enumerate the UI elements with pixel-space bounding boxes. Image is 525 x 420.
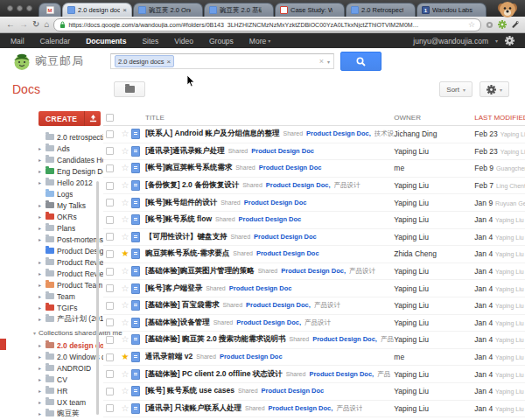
star-icon[interactable] (119, 147, 131, 156)
doc-title[interactable]: [账号]账号组件的设计 (145, 198, 217, 208)
row-checkbox[interactable] (106, 130, 114, 138)
sidebar-collection[interactable]: ▸ 产品计划 (2012Q1) (38, 313, 103, 325)
google-bar-link[interactable]: Mail ▾ (10, 37, 29, 46)
table-row[interactable]: [基础体验] PC client 2.0 offline 状态设计 Shared… (103, 366, 525, 383)
star-icon[interactable] (119, 370, 131, 379)
collection-link[interactable]: Product Design Doc (244, 199, 307, 206)
collection-link[interactable]: Product Design Doc (220, 353, 283, 360)
sidebar-collection[interactable]: ▸ CV (38, 374, 103, 385)
collection-link[interactable]: Product Design Doc, (266, 181, 331, 189)
zoom-window-button[interactable] (26, 5, 32, 11)
table-row[interactable]: [基础体验]设备管理 Shared Product Design Doc, 产品… (103, 315, 525, 332)
table-row[interactable]: [通讯录]通讯录账户处理 Shared Product Design Doc Y… (103, 144, 525, 161)
gear-icon[interactable] (505, 36, 514, 46)
star-icon[interactable] (119, 404, 131, 413)
expand-arrow-icon[interactable]: ▸ (38, 399, 43, 405)
table-row[interactable]: [账号]账号系统 flow Shared Product Design Doc … (103, 212, 525, 229)
doc-title[interactable]: [通讯录]通讯录账户处理 (145, 146, 225, 157)
table-row[interactable]: [账号] 账号系统 use cases Shared Product Desig… (103, 383, 525, 401)
sidebar-collection[interactable]: ▸ Product Team (38, 279, 103, 290)
secondary-collection-label[interactable]: 产品设计 (304, 318, 331, 327)
doc-title[interactable]: [账号]账号系统 flow (145, 214, 212, 225)
secondary-collection-label[interactable]: 产品设计 (314, 301, 340, 310)
browser-tab[interactable]: 2.0 Retrospective × (346, 3, 416, 17)
star-icon[interactable] (119, 387, 131, 396)
collection-link[interactable]: Product Design Doc (259, 164, 322, 172)
table-row[interactable]: [基础体验] 百宝袋需求 Shared Product Design Doc, … (103, 298, 525, 315)
collection-link[interactable]: Product Design Doc (256, 249, 319, 257)
organize-folder-button[interactable] (114, 81, 145, 97)
expand-arrow-icon[interactable]: ▸ (38, 259, 43, 265)
reload-button[interactable]: ↻ (32, 20, 39, 29)
doc-title[interactable]: 通讯录前端 v2 (145, 352, 192, 362)
row-checkbox[interactable] (106, 147, 114, 155)
collection-link[interactable]: Product Design Doc (254, 233, 317, 241)
star-icon[interactable] (119, 353, 131, 361)
minimize-window-button[interactable] (17, 5, 23, 11)
last-modified-column-header[interactable]: LAST MODIFIED (474, 114, 525, 122)
doc-title[interactable]: [基础体验] PC client 2.0 offline 状态设计 (145, 369, 283, 380)
owner-column-header[interactable]: OWNER (394, 114, 474, 122)
browser-tab[interactable]: 豌豆荚 2.0 One-P × (133, 3, 203, 17)
expand-arrow-icon[interactable]: ▸ (38, 304, 43, 311)
table-row[interactable]: [基础体验] 豌豆荚 2.0 搜索功能需求说明书 Shared Product … (103, 332, 525, 349)
collection-link[interactable]: Product Design Doc, (269, 404, 333, 412)
google-bar-link[interactable]: Groups ▾ (209, 37, 238, 46)
expand-arrow-icon[interactable]: ▸ (38, 376, 43, 382)
expand-arrow-icon[interactable]: ▸ (38, 282, 43, 288)
sidebar-collection[interactable]: ▸ Product Design Doc (38, 245, 103, 256)
row-checkbox[interactable] (106, 216, 114, 224)
sort-button[interactable]: Sort ▾ (439, 81, 472, 97)
row-checkbox[interactable] (106, 284, 114, 292)
tab-close-icon[interactable]: × (122, 6, 127, 14)
table-row[interactable]: 豌豆荚帐号系统-需求要点 Shared Product Design Doc Z… (103, 246, 525, 263)
star-icon[interactable] (119, 335, 131, 344)
address-bar[interactable]: https://docs.google.com/a/wandoujia.com/… (53, 18, 481, 32)
collection-link[interactable]: Product Design Doc (262, 387, 325, 395)
star-icon[interactable] (119, 164, 131, 172)
expand-arrow-icon[interactable]: ▸ (38, 157, 43, 163)
doc-title[interactable]: [备份恢复] 2.0 备份恢复设计 (145, 180, 239, 191)
sidebar-collection[interactable]: ▸ HR (38, 385, 103, 396)
expand-arrow-icon[interactable]: ▸ (38, 145, 43, 151)
row-checkbox[interactable] (106, 336, 114, 344)
expand-arrow-icon[interactable]: ▸ (38, 179, 43, 186)
secondary-collection-label[interactable]: 产品 (381, 335, 394, 344)
doc-title[interactable]: [联系人] Android 账户及分组信息的整理 (145, 129, 279, 139)
expand-arrow-icon[interactable]: ▸ (38, 388, 43, 394)
secondary-collection-label[interactable]: 技术设 (374, 130, 395, 138)
collection-link[interactable]: Product Design Doc, (236, 318, 301, 326)
row-checkbox[interactable] (106, 388, 114, 396)
table-row[interactable]: [帐号]豌豆荚帐号系统需求 Shared Product Design Doc … (103, 160, 525, 178)
expand-arrow-icon[interactable]: ▸ (38, 270, 43, 276)
sidebar-collection[interactable]: ▸ Product Review (2010 (38, 256, 103, 268)
window-controls[interactable] (0, 0, 38, 17)
search-clear-icon[interactable]: × (319, 57, 324, 66)
title-column-header[interactable]: TITLE (145, 114, 394, 122)
expand-arrow-icon[interactable]: ▸ (38, 342, 43, 348)
star-icon[interactable] (119, 301, 131, 310)
expand-arrow-icon[interactable]: ▸ (38, 202, 43, 208)
sidebar-collection[interactable]: ▸ 豌豆荚 (38, 408, 103, 419)
search-button[interactable] (340, 52, 382, 71)
browser-tab[interactable]: Case Study: Wand × (275, 3, 345, 17)
doc-title[interactable]: [基础体验] 百宝袋需求 (145, 300, 220, 311)
sidebar-collection[interactable]: ▸ ANDROID (38, 362, 103, 374)
close-window-button[interactable] (7, 5, 13, 11)
row-checkbox[interactable] (106, 182, 114, 190)
google-bar-link[interactable]: Sites ▾ (142, 37, 163, 46)
sidebar-collection[interactable]: ▸ Logs (38, 188, 103, 200)
sidebar-collection[interactable]: ▸ My Talks (38, 200, 103, 211)
sidebar-collection[interactable]: ▸ 2.0 Windows docs (38, 351, 103, 362)
bookmark-star-icon[interactable]: ☆ (468, 20, 475, 29)
star-icon[interactable] (119, 267, 131, 276)
google-bar-link[interactable]: Calendar ▾ (40, 37, 75, 46)
sidebar-collection[interactable]: ▸ Product Review (201 (38, 268, 103, 279)
expand-arrow-icon[interactable]: ▸ (38, 168, 43, 174)
google-bar-link[interactable]: More ▾ (249, 37, 270, 46)
extension-icon[interactable] (486, 21, 494, 29)
star-icon[interactable] (119, 318, 131, 327)
expand-arrow-icon[interactable]: ▸ (38, 365, 43, 371)
doc-title[interactable]: [帐号]豌豆荚帐号系统需求 (145, 163, 232, 173)
doc-title[interactable]: [基础体验]设备管理 (145, 318, 210, 328)
